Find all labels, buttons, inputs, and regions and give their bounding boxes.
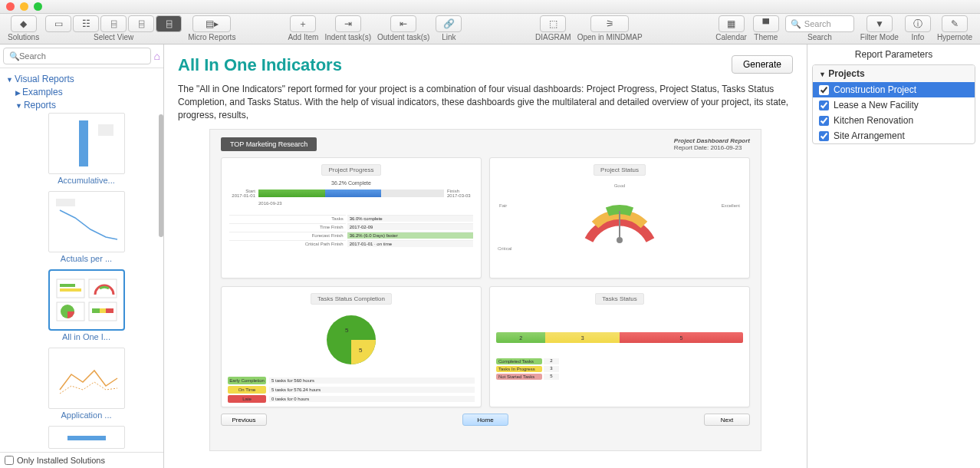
project-label: Site Arrangement [834, 130, 905, 141]
svg-rect-13 [67, 436, 106, 440]
next-button[interactable]: Next [704, 414, 750, 426]
tree-visual-reports[interactable]: ▼Visual Reports [6, 74, 157, 84]
search-icon: 🔍 [791, 19, 801, 29]
dashboard-info: Project Dashboard Report Report Date: 20… [674, 137, 750, 151]
card-tasks-completion: Tasks Status Completion 5 5 Early Comple… [221, 286, 482, 407]
sidebar-search-input[interactable] [3, 48, 151, 64]
view-button-5[interactable]: ⌸ [156, 15, 182, 32]
legend-swatch: Late [228, 395, 266, 403]
search-icon: 🔍 [9, 51, 20, 61]
legend-swatch: On Time [228, 386, 266, 394]
project-checkbox[interactable] [819, 85, 829, 95]
only-installed-checkbox[interactable] [5, 456, 14, 465]
card-title: Project Status [594, 164, 646, 176]
filter-mode-label: Filter Mode [860, 33, 899, 41]
thumb-all-in-one[interactable]: All in One I... [48, 269, 125, 341]
status-bar: 2 3 5 [496, 332, 743, 343]
view-button-4[interactable]: ⌸ [128, 15, 154, 32]
gauge-icon [574, 186, 666, 248]
zoom-window-icon[interactable] [34, 2, 42, 11]
start-date: 2017-01-01 [228, 193, 255, 198]
legend-swatch: Early Completion [228, 377, 266, 384]
indent-button[interactable]: ⇥ [335, 15, 361, 32]
tree-reports[interactable]: ▼Reports [15, 100, 157, 110]
today-label: 2016-09-23 [258, 201, 475, 206]
minimize-window-icon[interactable] [20, 2, 28, 11]
theme-button[interactable]: ▀ [753, 15, 779, 32]
search-label: Search [807, 33, 832, 41]
gauge-fair: Fair [499, 203, 507, 208]
project-item-site[interactable]: Site Arrangement [813, 128, 975, 143]
thumb-extra[interactable] [48, 426, 125, 449]
dashboard-preview: TOP Marketing Research Project Dashboard… [209, 129, 761, 451]
project-checkbox[interactable] [819, 116, 829, 126]
outdent-label: Outdent task(s) [377, 33, 429, 41]
status-seg: 2 [496, 332, 545, 343]
mindmap-button[interactable]: ⚞ [590, 15, 629, 32]
mindmap-label: Open in MINDMAP [577, 33, 643, 41]
generate-button[interactable]: Generate [732, 55, 793, 74]
thumb-application[interactable]: Application ... [48, 348, 125, 420]
thumb-accumulative[interactable]: Accumulative... [48, 113, 125, 185]
right-panel: Report Parameters ▼ Projects Constructio… [807, 44, 980, 468]
legend-swatch: Completed Tasks [496, 358, 542, 364]
sidebar-scrollbar[interactable] [159, 114, 163, 237]
left-panel: 🔍 ⌂ ▼Visual Reports ▶Examples ▼Reports A… [0, 44, 164, 468]
status-seg: 3 [545, 332, 620, 343]
status-seg: 5 [620, 332, 743, 343]
micro-reports-button[interactable]: ▤▸ [192, 15, 231, 32]
previous-button[interactable]: Previous [221, 414, 267, 426]
report-title: Project Dashboard Report [674, 137, 750, 144]
svg-rect-0 [79, 120, 88, 166]
project-item-kitchen[interactable]: Kitchen Renovation [813, 113, 975, 128]
info-button[interactable]: ⓘ [905, 15, 931, 32]
projects-header[interactable]: ▼ Projects [813, 65, 975, 82]
diagram-button[interactable]: ⬚ [540, 15, 566, 32]
project-item-lease[interactable]: Lease a New Facility [813, 97, 975, 113]
view-button-3[interactable]: ⌸ [100, 15, 127, 32]
thumb-actuals[interactable]: Actuals per ... [48, 191, 125, 263]
project-label: Construction Project [834, 84, 916, 95]
hypernote-button[interactable]: ✎ [942, 15, 968, 32]
tree-examples[interactable]: ▶Examples [15, 87, 157, 97]
report-date-label: Report Date: [674, 144, 709, 151]
svg-rect-4 [60, 284, 75, 287]
report-date: 2016-09-23 [710, 144, 742, 151]
outdent-button[interactable]: ⇤ [390, 15, 416, 32]
indent-label: Indent task(s) [324, 33, 371, 41]
project-label: Kitchen Renovation [834, 115, 913, 126]
only-installed-label: Only Installed Solutions [17, 456, 105, 465]
svg-text:5: 5 [345, 327, 349, 334]
solutions-button[interactable]: ◆ [11, 15, 37, 32]
home-icon[interactable]: ⌂ [154, 50, 160, 62]
toolbar-search-input[interactable]: 🔍Search [785, 15, 854, 32]
page-title: All In One Indicators [178, 55, 342, 75]
pie-icon: 5 5 [321, 309, 382, 371]
svg-rect-5 [60, 288, 81, 292]
card-title: Tasks Status Completion [311, 293, 392, 305]
view-button-1[interactable]: ▭ [45, 15, 71, 32]
close-window-icon[interactable] [6, 2, 15, 11]
info-label: Info [912, 33, 925, 41]
filter-mode-button[interactable]: ▼ [867, 15, 893, 32]
view-button-2[interactable]: ☷ [73, 15, 99, 32]
thumb-label: Application ... [48, 410, 125, 420]
calendar-label: Calendar [715, 33, 747, 41]
card-title: Project Progress [321, 164, 380, 176]
card-project-progress: Project Progress 36.2% Complete Start201… [221, 157, 482, 278]
add-item-button[interactable]: ＋ [290, 15, 316, 32]
tree-label: Reports [24, 100, 56, 110]
legend-text: 5 tasks for 576.24 hours [269, 387, 475, 393]
legend-count: 5 [544, 374, 559, 380]
project-checkbox[interactable] [819, 101, 829, 110]
hypernote-label: Hypernote [937, 33, 972, 41]
home-button[interactable]: Home [462, 414, 508, 426]
solutions-label: Solutions [8, 33, 39, 41]
legend-swatch: Tasks In Progress [496, 366, 542, 372]
tree-label: Examples [22, 87, 63, 97]
project-checkbox[interactable] [819, 131, 829, 141]
project-item-construction[interactable]: Construction Project [813, 82, 975, 97]
svg-point-15 [617, 237, 623, 243]
calendar-button[interactable]: ▦ [719, 15, 745, 32]
link-button[interactable]: 🔗 [436, 15, 462, 32]
